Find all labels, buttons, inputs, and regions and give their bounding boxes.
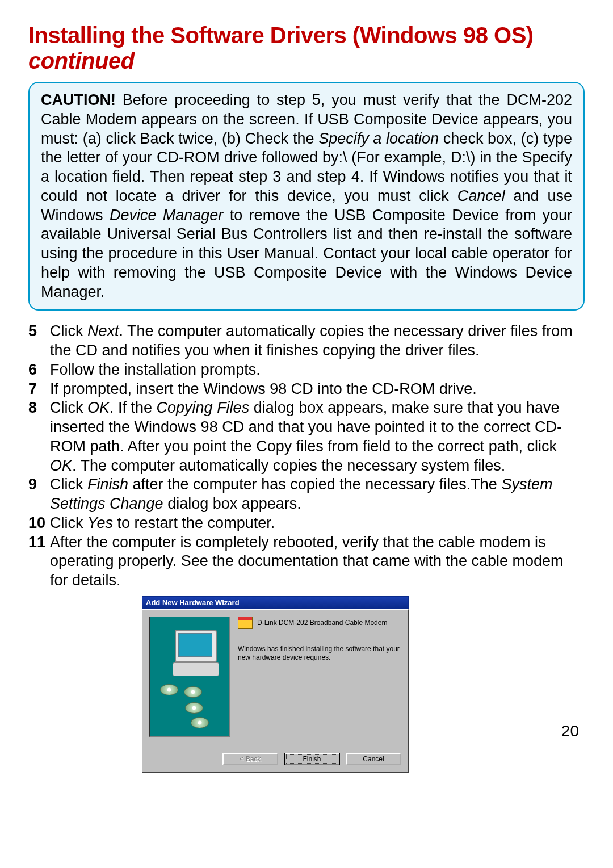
dialog-titlebar: Add New Hardware Wizard bbox=[142, 596, 409, 609]
step-number: 11 bbox=[28, 533, 50, 552]
step-number: 5 bbox=[28, 322, 50, 341]
step-7: 7 If prompted, insert the Windows 98 CD … bbox=[28, 380, 585, 399]
monitor-screen-icon bbox=[178, 633, 212, 657]
step-9: 9 Click Finish after the computer has co… bbox=[28, 475, 585, 514]
device-card-icon bbox=[238, 617, 253, 629]
step-text: Click Next. The computer automatically c… bbox=[50, 322, 585, 360]
dialog-body: D-Link DCM-202 Broadband Cable Modem Win… bbox=[142, 609, 409, 773]
dialog-content: D-Link DCM-202 Broadband Cable Modem Win… bbox=[149, 617, 401, 741]
step-8: 8 Click OK. If the Copying Files dialog … bbox=[28, 399, 585, 475]
step-text: Click Finish after the computer has copi… bbox=[50, 475, 585, 514]
install-finished-message: Windows has finished installing the soft… bbox=[238, 645, 401, 662]
disc-icon bbox=[185, 702, 203, 714]
hardware-wizard-dialog: Add New Hardware Wizard D-Link DCM-202 B… bbox=[142, 596, 409, 773]
caution-label: CAUTION! bbox=[41, 91, 116, 108]
step-6: 6 Follow the installation prompts. bbox=[28, 360, 585, 380]
steps-list: 5 Click Next. The computer automatically… bbox=[28, 322, 585, 590]
dialog-right-pane: D-Link DCM-202 Broadband Cable Modem Win… bbox=[238, 617, 401, 662]
step-text: Follow the installation prompts. bbox=[50, 360, 585, 380]
step-text: If prompted, insert the Windows 98 CD in… bbox=[50, 380, 585, 399]
back-button[interactable]: < Back bbox=[222, 753, 278, 765]
step-10: 10 Click Yes to restart the computer. bbox=[28, 514, 585, 533]
disc-icon bbox=[191, 717, 209, 728]
step-text: Click Yes to restart the computer. bbox=[50, 514, 585, 533]
document-page: Installing the Software Drivers (Windows… bbox=[0, 0, 613, 868]
page-title: Installing the Software Drivers (Windows… bbox=[28, 23, 585, 74]
caution-box: CAUTION! Before proceeding to step 5, yo… bbox=[28, 82, 585, 311]
step-number: 8 bbox=[28, 399, 50, 418]
title-continued: continued bbox=[28, 48, 135, 73]
device-name: D-Link DCM-202 Broadband Cable Modem bbox=[257, 619, 387, 627]
step-number: 6 bbox=[28, 360, 50, 380]
disc-icon bbox=[184, 686, 202, 698]
dialog-button-row: < Back Finish Cancel bbox=[149, 753, 401, 765]
title-main: Installing the Software Drivers (Windows… bbox=[28, 23, 534, 48]
dialog-divider bbox=[149, 745, 401, 747]
caution-italic-specify: Specify a location bbox=[318, 130, 439, 147]
step-number: 9 bbox=[28, 475, 50, 494]
wizard-graphic bbox=[149, 617, 230, 737]
disc-icon bbox=[160, 684, 178, 695]
step-number: 10 bbox=[28, 514, 50, 533]
caution-italic-devmgr: Device Manager bbox=[110, 207, 223, 224]
step-text: Click OK. If the Copying Files dialog bo… bbox=[50, 399, 585, 475]
step-number: 7 bbox=[28, 380, 50, 399]
step-11: 11 After the computer is completely rebo… bbox=[28, 533, 585, 590]
device-line: D-Link DCM-202 Broadband Cable Modem bbox=[238, 617, 401, 629]
page-number: 20 bbox=[561, 722, 579, 740]
caution-italic-cancel: Cancel bbox=[457, 187, 505, 204]
step-text: After the computer is completely reboote… bbox=[50, 533, 585, 590]
cancel-button[interactable]: Cancel bbox=[346, 753, 401, 765]
finish-button[interactable]: Finish bbox=[284, 753, 340, 765]
pc-base-icon bbox=[173, 662, 219, 676]
step-5: 5 Click Next. The computer automatically… bbox=[28, 322, 585, 360]
